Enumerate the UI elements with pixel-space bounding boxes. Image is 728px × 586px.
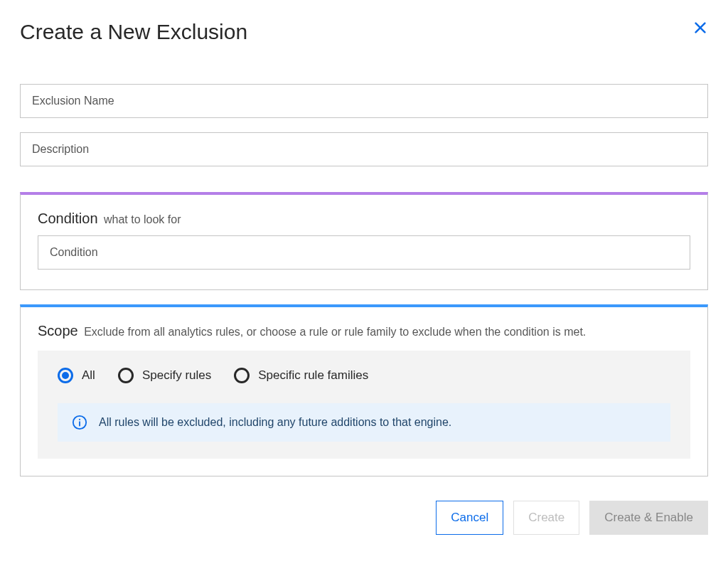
radio-label: Specify rules: [142, 368, 211, 383]
scope-label: Scope: [38, 323, 78, 339]
scope-radio-all[interactable]: All: [58, 368, 95, 383]
condition-panel: Condition what to look for: [20, 192, 708, 290]
scope-radio-specific-families[interactable]: Specific rule families: [234, 368, 368, 383]
dialog-header: Create a New Exclusion: [20, 20, 708, 44]
radio-label: All: [82, 368, 95, 383]
create-enable-button[interactable]: Create & Enable: [589, 501, 708, 535]
dialog-title: Create a New Exclusion: [20, 20, 247, 44]
condition-heading: Condition what to look for: [38, 211, 690, 227]
svg-point-4: [79, 419, 80, 420]
form-body: Condition what to look for Scope Exclude…: [20, 84, 708, 535]
scope-body: All Specify rules Specific rule families: [38, 351, 690, 459]
radio-icon: [234, 368, 250, 383]
radio-icon: [58, 368, 73, 383]
condition-hint: what to look for: [104, 213, 181, 225]
close-icon[interactable]: [692, 20, 708, 38]
description-input[interactable]: [20, 132, 708, 166]
condition-input[interactable]: [38, 235, 690, 270]
cancel-button[interactable]: Cancel: [436, 501, 503, 535]
exclusion-name-input[interactable]: [20, 84, 708, 118]
scope-panel: Scope Exclude from all analytics rules, …: [20, 304, 708, 476]
scope-heading: Scope Exclude from all analytics rules, …: [38, 323, 690, 339]
scope-info-banner: All rules will be excluded, including an…: [58, 403, 670, 442]
create-exclusion-dialog: Create a New Exclusion Condition what to…: [0, 0, 728, 555]
radio-icon: [118, 368, 134, 383]
condition-label: Condition: [38, 211, 98, 226]
dialog-footer: Cancel Create Create & Enable: [20, 501, 708, 535]
scope-hint: Exclude from all analytics rules, or cho…: [84, 326, 586, 338]
scope-radio-specify-rules[interactable]: Specify rules: [118, 368, 211, 383]
radio-label: Specific rule families: [258, 368, 368, 383]
info-icon: [72, 415, 87, 430]
create-button[interactable]: Create: [513, 501, 579, 535]
scope-radio-group: All Specify rules Specific rule families: [58, 368, 670, 383]
scope-info-text: All rules will be excluded, including an…: [99, 416, 451, 429]
